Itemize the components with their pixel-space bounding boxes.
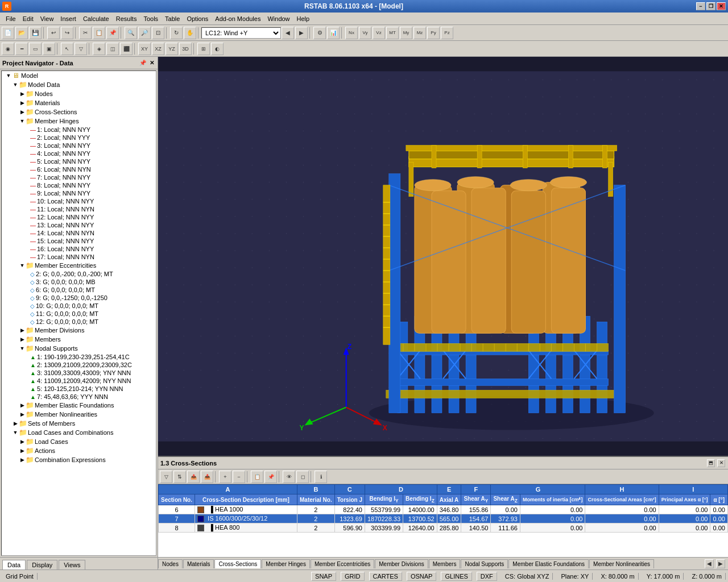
- tree-hinge-17[interactable]: —17: Local; NNN NYN: [2, 253, 156, 261]
- table-row[interactable]: 6 ▐ HEA 1000 2 822.40 553799.99 14000.00…: [159, 505, 729, 514]
- undo-btn[interactable]: ↩: [47, 27, 60, 39]
- section-no-header[interactable]: Section No.: [159, 494, 195, 505]
- wire-btn[interactable]: ◫: [106, 43, 119, 55]
- bending-iz-header[interactable]: Bending IZ: [403, 494, 437, 505]
- table-tab-member-eccentricities[interactable]: Member Eccentricities: [311, 559, 374, 568]
- col-b-header[interactable]: B: [297, 485, 335, 494]
- tree-support-1[interactable]: ▲1: 190-199,230-239,251-254,41C: [2, 353, 156, 361]
- render-btn[interactable]: ◈: [93, 43, 105, 55]
- cut-btn[interactable]: ✂: [79, 27, 92, 39]
- col-f-header[interactable]: F: [461, 485, 491, 494]
- tree-model-data[interactable]: ▼ 📁 Model Data: [2, 80, 156, 89]
- copy-btn[interactable]: 📋: [93, 27, 105, 39]
- tab-data[interactable]: Data: [2, 560, 26, 569]
- osnap-btn[interactable]: OSNAP: [407, 572, 437, 581]
- paste-btn[interactable]: 📌: [106, 27, 119, 39]
- tree-hinge-2[interactable]: —2: Local; NNN YYY: [2, 134, 156, 142]
- filter-btn[interactable]: ▽: [75, 43, 87, 55]
- calc-btn[interactable]: ⚙: [313, 27, 326, 39]
- table-tab-member-divisions[interactable]: Member Divisions: [375, 559, 428, 568]
- cartes-btn[interactable]: CARTES: [369, 572, 402, 581]
- tree-member-elastic-foundations[interactable]: ▶ 📁 Member Elastic Foundations: [2, 401, 156, 410]
- menu-item-insert[interactable]: Insert: [57, 14, 80, 23]
- tree-ecc-3[interactable]: ◇3: G; 0,0,0; 0,0,0; MB: [2, 278, 156, 286]
- moments-header[interactable]: Moments of inertia [cm⁴]: [520, 494, 585, 505]
- menu-item-results[interactable]: Results: [113, 14, 140, 23]
- col-c-header[interactable]: C: [334, 485, 365, 494]
- tree-hinge-5[interactable]: —5: Local; NNN NYY: [2, 157, 156, 165]
- table-paste-btn[interactable]: 📌: [264, 471, 277, 483]
- expand-root[interactable]: ▼: [5, 72, 12, 79]
- table-show-btn[interactable]: 👁: [283, 471, 295, 483]
- btn-c[interactable]: Vz: [373, 27, 385, 39]
- tree-actions[interactable]: ▶ 📁 Actions: [2, 446, 156, 455]
- menu-item-table[interactable]: Table: [162, 14, 183, 23]
- xz-btn[interactable]: XZ: [152, 43, 164, 55]
- table-scroll-left[interactable]: ◀: [705, 559, 714, 568]
- table-row[interactable]: 8 ▐ HEA 800 2 596.90 303399.99 12640.00 …: [159, 523, 729, 533]
- tree-member-nonlinearities[interactable]: ▶ 📁 Member Nonlinearities: [2, 410, 156, 419]
- tree-support-4[interactable]: ▲4: 11009,12009,42009; NYY NNN: [2, 377, 156, 385]
- shear-az-header[interactable]: Shear AZ: [491, 494, 520, 505]
- tree-member-hinges[interactable]: ▼ 📁 Member Hinges: [2, 117, 156, 126]
- redo-btn[interactable]: ↪: [61, 27, 73, 39]
- tree-hinge-12[interactable]: —12: Local; NNN NYY: [2, 213, 156, 221]
- menu-item-add-on-modules[interactable]: Add-on Modules: [212, 14, 264, 23]
- material-no-header[interactable]: Material No.: [297, 494, 335, 505]
- rotate-btn[interactable]: ↻: [170, 27, 183, 39]
- description-header[interactable]: Cross-Section Description [mm]: [195, 494, 297, 505]
- tree-sets-of-members[interactable]: ▶ 📁 Sets of Members: [2, 419, 156, 428]
- tree-hinge-16[interactable]: —16: Local; NNN NYY: [2, 245, 156, 253]
- tree-ecc-11[interactable]: ◇11: G; 0,0,0; 0,0,0; MT: [2, 310, 156, 318]
- tree-cross-sections[interactable]: ▶ 📁 Cross-Sections: [2, 107, 156, 117]
- tab-views[interactable]: Views: [59, 560, 85, 569]
- torsion-header[interactable]: Torsion J: [334, 494, 365, 505]
- float-panel-btn[interactable]: ⬒: [707, 459, 715, 467]
- expand-member-hinges[interactable]: ▼: [19, 118, 26, 124]
- table-delete-btn[interactable]: −: [233, 471, 245, 483]
- tree-member-eccentricities[interactable]: ▼ 📁 Member Eccentricities: [2, 261, 156, 270]
- 3d-viewport[interactable]: Z Y X: [158, 57, 728, 456]
- prev-lc-btn[interactable]: ◀: [282, 27, 294, 39]
- save-btn[interactable]: 💾: [29, 27, 42, 39]
- close-button[interactable]: ✕: [717, 2, 726, 10]
- restore-button[interactable]: ❐: [706, 2, 715, 10]
- dxf-btn[interactable]: DXF: [477, 572, 497, 581]
- tree-support-2[interactable]: ▲2: 13009,21009,22009,23009,32C: [2, 361, 156, 369]
- tree-hinge-10[interactable]: —10: Local; NNN NYY: [2, 197, 156, 205]
- tab-display[interactable]: Display: [27, 560, 57, 569]
- xy-btn[interactable]: XY: [138, 43, 151, 55]
- glines-btn[interactable]: GLINES: [441, 572, 471, 581]
- lc-combo[interactable]: LC12: Wind +Y: [201, 27, 281, 39]
- menu-item-edit[interactable]: Edit: [19, 14, 37, 23]
- 3d-btn[interactable]: 3D: [179, 43, 192, 55]
- zoom-in-btn[interactable]: 🔍: [125, 27, 137, 39]
- shear-ay-header[interactable]: Shear AY: [461, 494, 491, 505]
- tree-hinge-7[interactable]: —7: Local; NNN NYY: [2, 173, 156, 181]
- solid-btn[interactable]: ▣: [43, 43, 55, 55]
- table-info-btn[interactable]: ℹ: [315, 471, 327, 483]
- cross-sections-table[interactable]: A B C D E F G H I J K: [158, 484, 728, 557]
- col-g-header[interactable]: G: [491, 485, 585, 494]
- zoom-fit-btn[interactable]: ⊡: [152, 27, 164, 39]
- close-panel-btn[interactable]: ✕: [717, 459, 725, 467]
- table-filter-btn[interactable]: ▽: [160, 471, 172, 483]
- table-export-btn[interactable]: 📤: [187, 471, 200, 483]
- tree-nodal-supports[interactable]: ▼ 📁 Nodal Supports: [2, 344, 156, 353]
- tree-hinge-9[interactable]: —9: Local; NNN NYY: [2, 189, 156, 197]
- col-d-header[interactable]: D: [365, 485, 437, 494]
- col-h-header[interactable]: H: [585, 485, 659, 494]
- table-add-btn[interactable]: +: [219, 471, 231, 483]
- tree-member-divisions[interactable]: ▶ 📁 Member Divisions: [2, 326, 156, 335]
- table-tab-elastic-foundations[interactable]: Member Elastic Foundations: [508, 559, 589, 568]
- btn-h[interactable]: Pz: [441, 27, 453, 39]
- section-btn[interactable]: ⊞: [197, 43, 210, 55]
- expand-materials[interactable]: ▶: [19, 99, 26, 106]
- table-row[interactable]: 7 IS 1600/300/25/30/12 2 1323.69 1870228…: [159, 514, 729, 523]
- tree-ecc-10[interactable]: ◇10: G; 0,0,0; 0,0,0; MT: [2, 302, 156, 310]
- menu-item-help[interactable]: Help: [293, 14, 313, 23]
- expand-load-cases[interactable]: ▼: [12, 429, 19, 436]
- tree-load-cases-child[interactable]: ▶ 📁 Load Cases: [2, 437, 156, 446]
- menu-item-options[interactable]: Options: [183, 14, 212, 23]
- new-btn[interactable]: 📄: [2, 27, 14, 39]
